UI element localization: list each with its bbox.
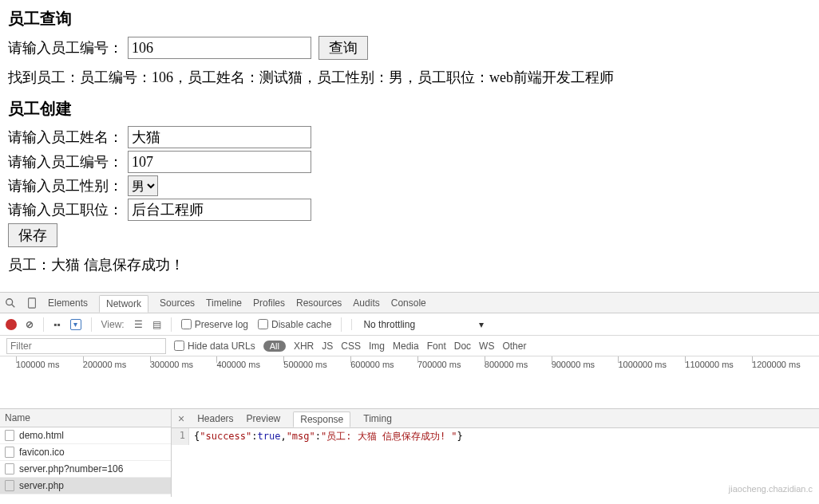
employee-number-input[interactable] xyxy=(128,37,311,59)
separator xyxy=(171,317,172,332)
throttling-select[interactable]: No throttling ▾ xyxy=(351,319,484,330)
device-icon[interactable] xyxy=(27,297,37,309)
network-request-item[interactable]: server.php xyxy=(0,478,171,494)
filter-type[interactable]: Media xyxy=(393,341,419,352)
separator xyxy=(341,317,342,332)
query-heading: 员工查询 xyxy=(8,8,811,30)
filter-type[interactable]: Doc xyxy=(454,341,471,352)
network-request-item[interactable]: server.php?number=106 xyxy=(0,461,171,478)
timeline-mark: 1200000 ms xyxy=(752,360,819,369)
large-rows-icon[interactable]: ☰ xyxy=(134,319,143,330)
network-toolbar: ⊘ ▪▪ ▾ View: ☰ ▤ Preserve log Disable ca… xyxy=(0,313,819,336)
svg-rect-2 xyxy=(29,297,36,307)
svg-point-0 xyxy=(6,298,13,305)
separator xyxy=(91,317,92,332)
filter-type[interactable]: Font xyxy=(427,341,446,352)
filter-input[interactable] xyxy=(6,338,166,354)
timeline-mark: 900000 ms xyxy=(552,360,619,369)
label-employee-job: 请输入员工职位： xyxy=(8,200,123,219)
column-header-name[interactable]: Name xyxy=(0,409,171,427)
network-request-item[interactable]: favicon.ico xyxy=(0,444,171,461)
watermark: jiaocheng.chazidian.c xyxy=(729,484,813,494)
save-button[interactable]: 保存 xyxy=(8,223,57,247)
close-icon[interactable]: × xyxy=(178,412,184,425)
employee-job-input[interactable] xyxy=(128,199,311,221)
timeline-mark: 400000 ms xyxy=(216,360,283,369)
label-employee-number: 请输入员工编号： xyxy=(8,38,123,57)
waterfall-icon[interactable]: ▤ xyxy=(152,319,161,330)
devtools-tabs: Elements Network Sources Timeline Profil… xyxy=(0,293,819,313)
record-icon[interactable] xyxy=(6,320,16,329)
timeline-mark: 600000 ms xyxy=(350,360,417,369)
separator xyxy=(43,317,44,332)
filter-type[interactable]: WS xyxy=(479,341,494,352)
filter-type[interactable]: Img xyxy=(369,341,385,352)
filter-type[interactable]: CSS xyxy=(341,341,361,352)
chevron-down-icon: ▾ xyxy=(479,319,484,330)
filter-type[interactable]: JS xyxy=(322,341,333,352)
label-employee-name: 请输入员工姓名： xyxy=(8,128,123,147)
file-icon xyxy=(5,447,14,458)
view-label: View: xyxy=(101,319,125,330)
line-number: 1 xyxy=(172,428,189,445)
tab-console[interactable]: Console xyxy=(391,297,426,309)
response-body: 1 {"success":true,"msg":"员工: 大猫 信息保存成功! … xyxy=(172,428,819,445)
filter-type[interactable]: XHR xyxy=(294,341,314,352)
file-icon xyxy=(5,430,14,441)
hide-data-urls-checkbox[interactable]: Hide data URLs xyxy=(174,341,255,352)
tab-sources[interactable]: Sources xyxy=(160,297,195,309)
timeline-mark: 200000 ms xyxy=(83,360,150,369)
label-employee-number-create: 请输入员工编号： xyxy=(8,152,123,171)
query-result: 找到员工：员工编号：106，员工姓名：测试猫，员工性别：男，员工职位：web前端… xyxy=(8,68,811,87)
svg-line-1 xyxy=(12,304,15,307)
timeline-mark: 700000 ms xyxy=(417,360,485,369)
search-icon[interactable] xyxy=(5,297,16,309)
timeline-mark: 1100000 ms xyxy=(685,360,752,369)
create-result: 员工：大猫 信息保存成功！ xyxy=(8,255,811,274)
tab-audits[interactable]: Audits xyxy=(353,297,379,309)
tab-profiles[interactable]: Profiles xyxy=(253,297,285,309)
network-request-item[interactable]: demo.html xyxy=(0,427,171,444)
tab-resources[interactable]: Resources xyxy=(296,297,342,309)
tab-network[interactable]: Network xyxy=(99,295,148,313)
employee-gender-select[interactable]: 男 xyxy=(128,175,158,196)
timeline-mark: 1000000 ms xyxy=(618,360,685,369)
file-icon xyxy=(5,480,14,491)
network-timeline[interactable]: 100000 ms 200000 ms 300000 ms 400000 ms … xyxy=(0,356,819,409)
network-request-list: Name demo.html favicon.ico server.php?nu… xyxy=(0,409,172,497)
camera-icon[interactable]: ▪▪ xyxy=(53,319,61,330)
preserve-log-checkbox[interactable]: Preserve log xyxy=(181,319,248,330)
clear-icon[interactable]: ⊘ xyxy=(26,319,34,330)
timeline-mark: 500000 ms xyxy=(283,360,350,369)
detail-tabs: × Headers Preview Response Timing xyxy=(172,409,819,428)
network-filter-bar: Hide data URLs All XHR JS CSS Img Media … xyxy=(0,336,819,356)
query-button[interactable]: 查询 xyxy=(318,36,368,60)
employee-page: 员工查询 请输入员工编号： 查询 找到员工：员工编号：106，员工姓名：测试猫，… xyxy=(0,0,819,292)
tab-timeline[interactable]: Timeline xyxy=(206,297,242,309)
timeline-mark: 300000 ms xyxy=(150,360,217,369)
request-detail: × Headers Preview Response Timing 1 {"su… xyxy=(172,409,819,497)
file-icon xyxy=(5,463,14,474)
disable-cache-checkbox[interactable]: Disable cache xyxy=(258,319,331,330)
detail-tab-response[interactable]: Response xyxy=(293,411,350,427)
create-heading: 员工创建 xyxy=(8,98,811,120)
filter-icon[interactable]: ▾ xyxy=(70,319,81,330)
employee-name-input[interactable] xyxy=(128,126,311,148)
filter-type[interactable]: Other xyxy=(502,341,526,352)
employee-number-create-input[interactable] xyxy=(128,151,311,173)
tab-elements[interactable]: Elements xyxy=(48,297,88,309)
timeline-mark: 100000 ms xyxy=(16,360,83,369)
response-code[interactable]: {"success":true,"msg":"员工: 大猫 信息保存成功! "} xyxy=(189,428,468,445)
detail-tab-headers[interactable]: Headers xyxy=(197,413,233,424)
detail-tab-preview[interactable]: Preview xyxy=(247,413,281,424)
label-employee-gender: 请输入员工性别： xyxy=(8,176,123,195)
detail-tab-timing[interactable]: Timing xyxy=(363,413,392,424)
network-bottom: Name demo.html favicon.ico server.php?nu… xyxy=(0,409,819,497)
timeline-mark: 800000 ms xyxy=(485,360,552,369)
devtools-panel: Elements Network Sources Timeline Profil… xyxy=(0,292,819,497)
filter-all[interactable]: All xyxy=(263,341,286,352)
